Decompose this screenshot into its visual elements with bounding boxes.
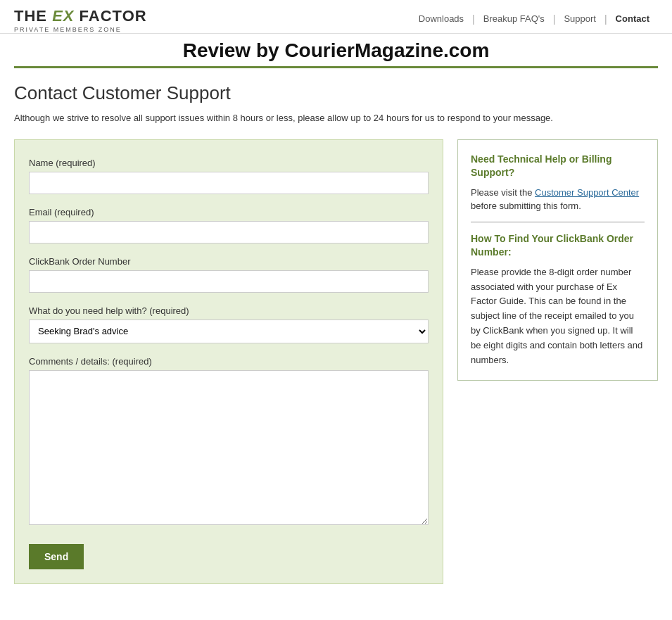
form-panel: Name (required) Email (required) ClickBa… [14, 139, 443, 584]
review-banner: Review by CourierMagazine.com [14, 34, 658, 68]
nav-item-downloads[interactable]: Downloads [410, 13, 472, 24]
name-group: Name (required) [29, 158, 429, 194]
sidebar-title-clickbank: How To Find Your ClickBank Order Number: [471, 232, 645, 260]
page-description: Although we strive to resolve all suppor… [14, 111, 647, 125]
main: Contact Customer Support Although we str… [0, 68, 672, 598]
logo-area: THE EX FACTOR PRIVATE MEMBERS ZONE [14, 7, 147, 33]
comments-group: Comments / details: (required) [29, 356, 429, 527]
page-title: Contact Customer Support [14, 82, 658, 104]
sidebar-text-before: Please visit the [471, 187, 535, 198]
help-label: What do you need help with? (required) [29, 305, 429, 316]
customer-support-link[interactable]: Customer Support Center [535, 187, 639, 198]
name-label: Name (required) [29, 158, 429, 168]
comments-textarea[interactable] [29, 370, 429, 525]
email-input[interactable] [29, 221, 429, 243]
sidebar-title-tech: Need Technical Help or Billing Support? [471, 153, 645, 180]
nav: Downloads | Breakup FAQ's | Support | Co… [410, 13, 658, 25]
header: THE EX FACTOR PRIVATE MEMBERS ZONE Downl… [0, 0, 672, 34]
name-input[interactable] [29, 172, 429, 194]
sidebar-text-after: before submitting this form. [471, 201, 581, 211]
clickbank-group: ClickBank Order Number [29, 256, 429, 293]
logo-subtitle: PRIVATE MEMBERS ZONE [14, 26, 122, 33]
clickbank-label: ClickBank Order Number [29, 256, 429, 267]
help-group: What do you need help with? (required) S… [29, 305, 429, 343]
logo: THE EX FACTOR [14, 7, 147, 25]
logo-ex: EX [52, 7, 74, 25]
email-label: Email (required) [29, 207, 429, 217]
sidebar-text-tech: Please visit the Customer Support Center… [471, 186, 645, 213]
nav-item-breakup-faqs[interactable]: Breakup FAQ's [475, 13, 553, 24]
sidebar: Need Technical Help or Billing Support? … [457, 139, 658, 381]
content-area: Name (required) Email (required) ClickBa… [14, 139, 658, 584]
clickbank-input[interactable] [29, 270, 429, 293]
logo-factor: FACTOR [74, 7, 146, 25]
logo-the: THE [14, 7, 52, 25]
email-group: Email (required) [29, 207, 429, 243]
help-select[interactable]: Seeking Brad's advice Technical issue Bi… [29, 320, 429, 343]
nav-item-support[interactable]: Support [555, 13, 604, 24]
sidebar-divider [471, 222, 645, 222]
comments-label: Comments / details: (required) [29, 356, 429, 367]
send-button[interactable]: Send [29, 544, 84, 569]
sidebar-text-clickbank: Please provide the 8-digit order number … [471, 265, 645, 368]
nav-item-contact[interactable]: Contact [607, 13, 658, 24]
